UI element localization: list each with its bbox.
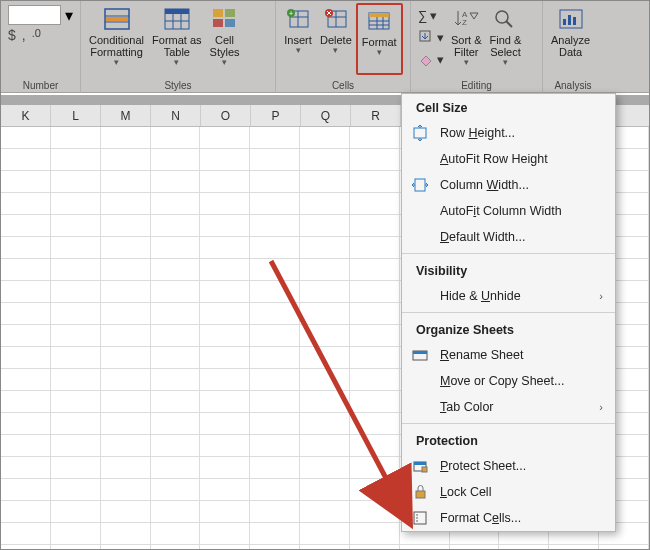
grid-cell[interactable] [1, 149, 51, 170]
chevron-down-icon[interactable]: ▾ [65, 6, 73, 25]
find-select-button[interactable]: Find & Select▾ [486, 3, 526, 75]
cell-styles-button[interactable]: Cell Styles▾ [206, 3, 244, 75]
grid-cell[interactable] [151, 171, 201, 192]
grid-cell[interactable] [101, 391, 151, 412]
grid-cell[interactable] [250, 237, 300, 258]
grid-cell[interactable] [250, 435, 300, 456]
grid-cell[interactable] [1, 413, 51, 434]
grid-cell[interactable] [250, 171, 300, 192]
grid-cell[interactable] [300, 149, 350, 170]
sort-filter-button[interactable]: AZ Sort & Filter▾ [447, 3, 486, 75]
grid-cell[interactable] [250, 193, 300, 214]
grid-cell[interactable] [300, 215, 350, 236]
column-header[interactable]: R [351, 105, 401, 126]
grid-cell[interactable] [101, 127, 151, 148]
grid-cell[interactable] [300, 171, 350, 192]
grid-cell[interactable] [51, 303, 101, 324]
menu-protect-sheet[interactable]: Protect Sheet... [402, 453, 615, 479]
grid-cell[interactable] [200, 303, 250, 324]
grid-cell[interactable] [200, 413, 250, 434]
grid-cell[interactable] [101, 193, 151, 214]
grid-cell[interactable] [151, 325, 201, 346]
grid-cell[interactable] [1, 391, 51, 412]
grid-cell[interactable] [51, 545, 101, 550]
grid-cell[interactable] [200, 347, 250, 368]
grid-cell[interactable] [300, 435, 350, 456]
grid-cell[interactable] [101, 545, 151, 550]
grid-cell[interactable] [200, 369, 250, 390]
grid-cell[interactable] [250, 259, 300, 280]
grid-cell[interactable] [51, 413, 101, 434]
grid-cell[interactable] [1, 369, 51, 390]
grid-cell[interactable] [1, 303, 51, 324]
menu-autofit-row[interactable]: AutoFit Row Height [402, 146, 615, 172]
grid-cell[interactable] [350, 545, 400, 550]
grid-cell[interactable] [200, 479, 250, 500]
grid-cell[interactable] [1, 435, 51, 456]
grid-cell[interactable] [101, 281, 151, 302]
grid-cell[interactable] [1, 545, 51, 550]
grid-cell[interactable] [599, 545, 649, 550]
menu-tab-color[interactable]: Tab Color› [402, 394, 615, 420]
format-as-table-button[interactable]: Format as Table▾ [148, 3, 206, 75]
column-header[interactable]: P [251, 105, 301, 126]
grid-cell[interactable] [101, 523, 151, 544]
grid-cell[interactable] [1, 523, 51, 544]
format-button[interactable]: Format▾ [356, 3, 403, 75]
conditional-formatting-button[interactable]: Conditional Formatting▾ [85, 3, 148, 75]
grid-cell[interactable] [101, 435, 151, 456]
grid-cell[interactable] [51, 479, 101, 500]
grid-cell[interactable] [51, 193, 101, 214]
grid-cell[interactable] [51, 259, 101, 280]
grid-cell[interactable] [101, 413, 151, 434]
grid-cell[interactable] [300, 193, 350, 214]
grid-cell[interactable] [300, 545, 350, 550]
grid-cell[interactable] [151, 501, 201, 522]
autosum-button[interactable]: ∑▾ [418, 5, 444, 25]
grid-cell[interactable] [1, 171, 51, 192]
grid-cell[interactable] [151, 281, 201, 302]
delete-button[interactable]: Delete▾ [316, 3, 356, 75]
grid-cell[interactable] [200, 171, 250, 192]
grid-cell[interactable] [450, 545, 500, 550]
grid-cell[interactable] [101, 303, 151, 324]
menu-rename-sheet[interactable]: Rename Sheet [402, 342, 615, 368]
grid-cell[interactable] [101, 237, 151, 258]
grid-cell[interactable] [51, 149, 101, 170]
grid-cell[interactable] [51, 369, 101, 390]
grid-cell[interactable] [151, 413, 201, 434]
grid-cell[interactable] [350, 369, 400, 390]
grid-cell[interactable] [300, 127, 350, 148]
grid-cell[interactable] [151, 523, 201, 544]
grid-cell[interactable] [350, 193, 400, 214]
grid-cell[interactable] [350, 171, 400, 192]
grid-cell[interactable] [300, 347, 350, 368]
comma-icon[interactable]: , [22, 27, 26, 43]
grid-cell[interactable] [300, 523, 350, 544]
grid-cell[interactable] [350, 303, 400, 324]
grid-cell[interactable] [51, 281, 101, 302]
grid-cell[interactable] [250, 303, 300, 324]
grid-cell[interactable] [1, 193, 51, 214]
grid-cell[interactable] [250, 545, 300, 550]
grid-cell[interactable] [151, 303, 201, 324]
grid-cell[interactable] [250, 523, 300, 544]
grid-cell[interactable] [200, 325, 250, 346]
grid-cell[interactable] [350, 325, 400, 346]
grid-cell[interactable] [151, 215, 201, 236]
grid-cell[interactable] [300, 303, 350, 324]
grid-cell[interactable] [350, 127, 400, 148]
menu-hide-unhide[interactable]: Hide & Unhide› [402, 283, 615, 309]
menu-lock-cell[interactable]: Lock Cell [402, 479, 615, 505]
grid-cell[interactable] [350, 435, 400, 456]
grid-cell[interactable] [51, 523, 101, 544]
grid-cell[interactable] [300, 237, 350, 258]
grid-cell[interactable] [250, 149, 300, 170]
number-format-box[interactable] [8, 5, 61, 25]
grid-cell[interactable] [300, 479, 350, 500]
grid-cell[interactable] [250, 457, 300, 478]
grid-cell[interactable] [200, 259, 250, 280]
grid-cell[interactable] [300, 391, 350, 412]
column-header[interactable]: L [51, 105, 101, 126]
grid-cell[interactable] [51, 501, 101, 522]
